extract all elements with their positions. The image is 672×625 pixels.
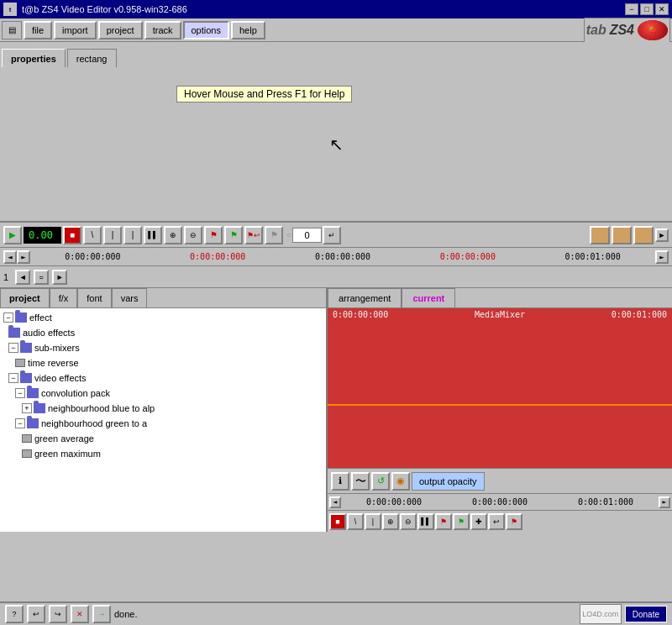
menu-help[interactable]: help xyxy=(231,21,265,39)
expand-neighbour-green[interactable]: − xyxy=(15,418,25,428)
effect-label: output opacity xyxy=(412,472,485,491)
zoom-in-button[interactable]: ⊕ xyxy=(164,226,182,244)
info-button[interactable]: ℹ xyxy=(331,472,349,491)
tab-rectang[interactable]: rectang xyxy=(67,49,117,67)
expand-sub-mixers[interactable]: − xyxy=(8,343,18,353)
frame-fwd-button[interactable]: | xyxy=(123,226,142,244)
left-tab-font[interactable]: font xyxy=(77,288,111,307)
left-tab-vars[interactable]: vars xyxy=(112,288,148,307)
tab-properties[interactable]: properties xyxy=(2,49,66,67)
tree-label-sub-mixers: sub-mixers xyxy=(34,343,80,353)
help-tooltip: Hover Mouse and Press F1 for Help xyxy=(176,86,352,102)
arrangement-label: MediaMixer xyxy=(475,310,525,319)
panel-btn-2[interactable] xyxy=(612,226,632,244)
right-tab-current[interactable]: current xyxy=(402,288,455,307)
marker3-button[interactable]: ⚑↩ xyxy=(244,226,263,244)
help-button[interactable]: ? xyxy=(5,605,24,623)
arrangement-header: 0:00:00:000 MediaMixer 0:00:01:000 xyxy=(328,308,672,321)
tree-item-neighbour-blue[interactable]: + neighbourhood blue to alp xyxy=(2,401,324,416)
undo-button[interactable]: ↩ xyxy=(27,605,45,623)
bt-marker-grn[interactable]: ⚑ xyxy=(453,513,470,530)
wave-button[interactable]: 〜 xyxy=(351,472,370,491)
arrangement-time2: 0:00:01:000 xyxy=(612,310,667,319)
tree-item-convolution[interactable]: − convolution pack xyxy=(2,386,324,401)
bt-marker-last[interactable]: ⚑ xyxy=(506,513,522,530)
split-button[interactable]: ▌▌ xyxy=(144,226,162,244)
effect-controls: ℹ 〜 ↺ ◉ output opacity xyxy=(328,468,672,493)
expand-video-effects[interactable]: − xyxy=(8,373,18,383)
left-tab-project[interactable]: project xyxy=(0,288,50,307)
bottom-ruler-left[interactable]: ◄ xyxy=(329,496,341,508)
track-number: 1 xyxy=(3,272,8,282)
app-logo: tab ZS4 🍓 xyxy=(584,18,670,43)
tree-item-neighbour-green[interactable]: − neighbourhood green to a xyxy=(2,416,324,431)
menu-bar: ▤ file import project track options help… xyxy=(0,18,672,42)
frame-back-button[interactable]: | xyxy=(103,226,122,244)
tree-item-time-reverse[interactable]: time reverse xyxy=(2,355,324,370)
circle-button[interactable]: ◉ xyxy=(391,472,410,491)
close-button[interactable]: ✕ xyxy=(655,3,669,15)
bt-zoom-out2[interactable]: ⊖ xyxy=(400,513,417,530)
tree-label-neighbour-blue: neighbourhood blue to alp xyxy=(48,403,155,413)
play-button[interactable]: ▶ xyxy=(3,226,22,244)
menu-track[interactable]: track xyxy=(144,21,181,39)
zoom-out-button[interactable]: ⊖ xyxy=(184,226,202,244)
bt-zoom-in2[interactable]: ⊕ xyxy=(382,513,399,530)
track-prev-button[interactable]: ◄ xyxy=(15,270,30,285)
ruler-scroll-end[interactable]: ► xyxy=(655,250,669,264)
restore-button[interactable]: □ xyxy=(640,3,654,15)
frame-input[interactable] xyxy=(292,228,322,243)
stop-button[interactable]: ■ xyxy=(63,226,81,244)
marker1-button[interactable]: ⚑ xyxy=(204,226,223,244)
track-next-button[interactable]: ► xyxy=(52,270,67,285)
bt-pipe[interactable]: | xyxy=(365,513,381,530)
arrangement-view[interactable]: 0:00:00:000 MediaMixer 0:00:01:000 xyxy=(328,308,672,468)
marker4-button[interactable]: ⚑ xyxy=(265,226,283,244)
expand-convolution[interactable]: − xyxy=(15,388,25,398)
left-tab-fx[interactable]: f/x xyxy=(50,288,78,307)
tree-item-sub-mixers[interactable]: − sub-mixers xyxy=(2,340,324,355)
menu-file[interactable]: file xyxy=(24,21,52,39)
right-tab-arrangement[interactable]: arrangement xyxy=(328,288,402,307)
delete-button[interactable]: ✕ xyxy=(71,605,89,623)
bottom-ruler-right[interactable]: ► xyxy=(659,496,670,508)
donate-button[interactable]: Donate xyxy=(625,606,667,622)
bt-plus-marker[interactable]: ✚ xyxy=(470,513,487,530)
tree-item-green-average[interactable]: green average xyxy=(2,431,324,446)
track-eq-button[interactable]: = xyxy=(34,270,49,285)
tree-label-video-effects: video effects xyxy=(34,373,87,383)
menu-import[interactable]: import xyxy=(54,21,97,39)
status-text: done. xyxy=(114,609,576,619)
menu-project[interactable]: project xyxy=(98,21,143,39)
scroll-right-arrow[interactable]: ► xyxy=(655,228,669,242)
bt-split2[interactable]: ▌▌ xyxy=(417,513,434,530)
tree-label-time-reverse: time reverse xyxy=(28,358,79,368)
tree-label-green-average: green average xyxy=(34,433,94,444)
tree-label-effect: effect xyxy=(29,312,52,323)
marker2-button[interactable]: ⚑ xyxy=(224,226,243,244)
tree-view[interactable]: − effect audio effects − sub-mixers xyxy=(0,308,326,532)
ruler-scroll-left[interactable]: ◄ xyxy=(3,250,17,264)
menu-options[interactable]: options xyxy=(183,21,229,39)
expand-neighbour-blue[interactable]: + xyxy=(22,403,32,413)
folder-convolution-icon xyxy=(27,388,39,398)
expand-effect[interactable]: − xyxy=(3,312,13,323)
bt-marker-red[interactable]: ⚑ xyxy=(435,513,452,530)
tree-item-green-maximum[interactable]: green maximum xyxy=(2,446,324,461)
bt-stop[interactable]: ■ xyxy=(329,513,346,530)
loop-button[interactable]: ↺ xyxy=(371,472,390,491)
panel-btn-1[interactable] xyxy=(590,226,610,244)
tree-item-video-effects[interactable]: − video effects xyxy=(2,370,324,386)
tree-item-effect[interactable]: − effect xyxy=(2,310,324,325)
minimize-button[interactable]: − xyxy=(625,3,638,15)
bt-back[interactable]: \ xyxy=(347,513,364,530)
back-button[interactable]: \ xyxy=(83,226,102,244)
ruler-scroll-right[interactable]: ► xyxy=(17,250,30,264)
enter-button[interactable]: ↵ xyxy=(323,226,341,244)
bt-return[interactable]: ↩ xyxy=(488,513,505,530)
arrow-button[interactable]: → xyxy=(92,605,111,623)
tree-item-audio-effects[interactable]: audio effects xyxy=(2,325,324,340)
panel-btn-3[interactable] xyxy=(633,226,654,244)
menu-icon[interactable]: ▤ xyxy=(2,21,22,39)
redo-button[interactable]: ↪ xyxy=(49,605,67,623)
